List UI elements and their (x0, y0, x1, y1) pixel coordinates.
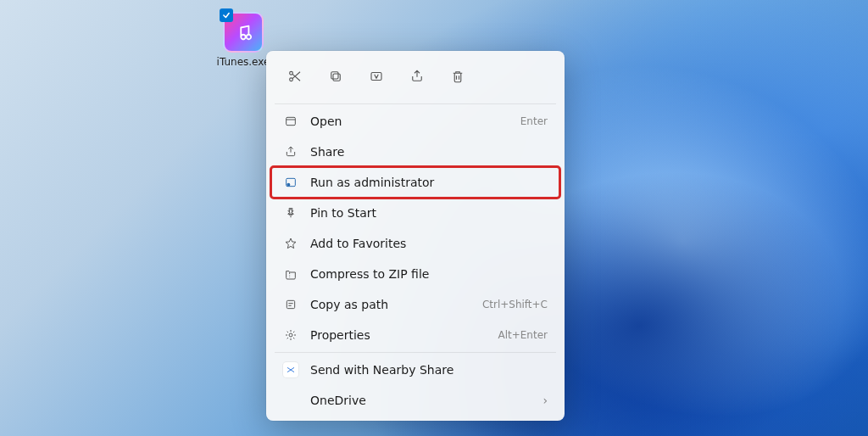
itunes-icon (223, 12, 264, 53)
separator (275, 103, 556, 104)
open-icon (283, 114, 298, 129)
copy-path-icon (283, 297, 298, 312)
blank-icon (283, 393, 298, 408)
desktop-icon-label: iTunes.exe (217, 56, 270, 68)
menu-item-label: Copy as path (310, 298, 482, 311)
svg-rect-8 (287, 300, 294, 308)
cut-button[interactable] (280, 61, 310, 92)
select-check-icon (220, 8, 233, 22)
copy-button[interactable] (320, 61, 351, 92)
menu-item-compress-zip[interactable]: Compress to ZIP file (271, 259, 559, 289)
menu-item-label: Pin to Start (310, 206, 548, 220)
menu-item-share[interactable]: Share (271, 137, 559, 167)
menu-item-pin-to-start[interactable]: Pin to Start (271, 198, 559, 228)
menu-item-label: OneDrive (310, 394, 542, 407)
copy-icon (328, 69, 343, 84)
menu-item-properties[interactable]: Properties Alt+Enter (271, 320, 559, 350)
menu-item-label: Open (310, 115, 520, 128)
scissors-icon (287, 69, 303, 84)
menu-item-label: Properties (310, 328, 498, 342)
properties-icon (283, 327, 298, 343)
svg-rect-5 (287, 117, 296, 125)
menu-item-shortcut: Alt+Enter (498, 329, 548, 341)
share-icon (409, 69, 425, 84)
menu-item-shortcut: Ctrl+Shift+C (482, 299, 548, 310)
context-menu: Open Enter Share Run as administrator Pi… (266, 51, 565, 421)
chevron-right-icon: › (542, 394, 548, 407)
menu-item-label: Add to Favorites (310, 237, 548, 250)
menu-item-label: Run as administrator (310, 176, 548, 189)
share-button[interactable] (402, 61, 432, 92)
menu-item-label: Send with Nearby Share (310, 363, 548, 377)
svg-point-0 (290, 71, 293, 75)
menu-item-label: Share (310, 145, 548, 159)
menu-item-copy-path[interactable]: Copy as path Ctrl+Shift+C (271, 289, 559, 320)
share-arrow-icon (283, 144, 298, 159)
menu-item-run-as-admin[interactable]: Run as administrator (271, 167, 559, 198)
svg-rect-3 (331, 72, 338, 79)
zip-icon (283, 266, 298, 282)
trash-icon (450, 69, 465, 84)
menu-item-label: Compress to ZIP file (310, 267, 548, 281)
menu-item-onedrive[interactable]: OneDrive › (271, 385, 559, 416)
svg-point-1 (290, 78, 293, 81)
quick-action-row (271, 56, 559, 102)
menu-item-add-favorites[interactable]: Add to Favorites (271, 228, 559, 259)
nearby-share-icon (283, 362, 298, 377)
delete-button[interactable] (442, 61, 473, 92)
shield-icon (283, 175, 298, 190)
separator (275, 352, 556, 353)
svg-rect-2 (333, 74, 340, 81)
svg-point-7 (287, 183, 290, 187)
rename-button[interactable] (361, 61, 392, 92)
menu-item-nearby-share[interactable]: Send with Nearby Share (271, 355, 559, 385)
svg-point-9 (289, 333, 292, 337)
pin-icon (283, 205, 298, 221)
menu-item-shortcut: Enter (520, 115, 548, 127)
star-icon (283, 236, 298, 251)
rename-icon (369, 69, 384, 84)
menu-item-open[interactable]: Open Enter (271, 106, 559, 137)
